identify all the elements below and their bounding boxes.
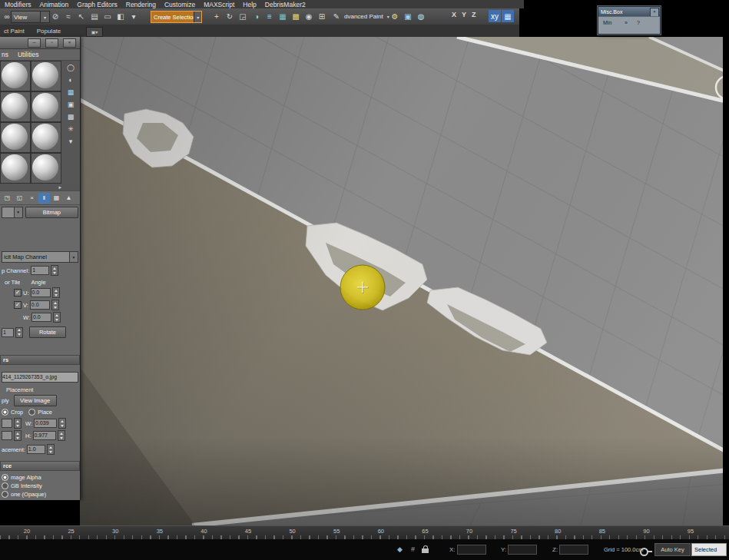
layer-manager-icon[interactable]: ▦ [277,10,289,22]
blur-field[interactable]: 1 [2,328,14,337]
slot-scroll-row[interactable]: ▸ [0,184,80,191]
sample-type-icon[interactable]: ◯ [65,62,77,72]
bitmap-type-button[interactable]: Bitmap [25,207,78,218]
menu-item[interactable]: Help [243,1,256,8]
background-icon[interactable]: ▦ [65,87,77,97]
crop-v-field[interactable] [2,431,12,440]
get-material-icon[interactable]: ◳ [2,193,13,204]
sample-tiling-icon[interactable]: ▣ [65,99,77,109]
crop-u-spinner[interactable] [14,418,22,429]
named-selection-set-combo[interactable]: Create Selection Se ▾ [151,11,202,23]
crop-u-field[interactable] [2,419,12,428]
axis-z-button[interactable]: Z [472,11,476,18]
menu-utilities[interactable]: Utilities [18,51,38,58]
perspective-viewport[interactable] [80,37,723,525]
menu-item[interactable]: Customize [164,1,195,8]
snap-indicator-icon[interactable]: ◆ [395,544,405,554]
material-slot[interactable] [31,122,61,153]
scroll-down-icon[interactable]: ▾ [65,136,77,146]
set-key-icon[interactable] [640,548,648,556]
v-angle-field[interactable]: 0.0 [30,300,50,310]
rgb-intensity-radio[interactable] [2,482,8,489]
expand-chevron-icon[interactable]: » [625,20,628,25]
auto-key-button[interactable]: Auto Key [654,543,691,556]
material-slot[interactable] [31,61,61,91]
xy-plane-lock-icon[interactable]: xy [489,10,501,22]
minimize-button[interactable]: ─ [28,38,41,48]
place-radio[interactable] [28,409,35,416]
selection-lock-icon[interactable] [422,548,429,553]
bind-spacewarp-icon[interactable]: ≈ [62,10,75,22]
menu-item[interactable]: Graph Editors [77,1,117,8]
assign-material-icon[interactable]: ◱ [14,193,25,204]
z-coordinate-field[interactable] [559,545,588,555]
menu-item[interactable]: MAXScript [204,1,234,8]
show-end-result-icon[interactable]: ▦ [51,193,62,204]
u-tile-checkbox[interactable] [14,289,22,297]
options-icon[interactable]: ✳ [65,124,77,134]
backlight-icon[interactable]: ◐ [65,75,77,84]
render-production-icon[interactable]: ◍ [415,10,427,22]
menu-item[interactable]: Animation [39,1,68,8]
alpha-source-rollout[interactable]: rce [0,461,80,471]
menu-item[interactable]: DebrisMaker2 [265,1,306,8]
v-tile-checkbox[interactable] [14,301,22,309]
reset-map-icon[interactable]: × [26,193,38,204]
snap-toggle-icon[interactable]: ▦ [502,10,514,22]
timeline-track-bar[interactable]: 20253035404550556065707580859095 [0,525,729,540]
menu-item[interactable]: Rendering [126,1,156,8]
show-map-in-viewport-icon[interactable]: ‖ [38,193,50,204]
select-filter-icon[interactable]: ▾ [128,10,140,22]
u-angle-spinner[interactable] [52,287,60,298]
crop-h-spinner[interactable] [58,430,65,441]
scale-icon[interactable]: ◲ [237,10,249,22]
material-slot[interactable] [0,122,31,153]
mapping-combo[interactable]: icit Map Channel ▾ [2,251,78,263]
material-slot[interactable] [0,61,31,91]
grid-indicator-icon[interactable]: # [408,544,418,554]
bitmap-parameters-rollout[interactable]: rs [0,355,80,365]
bitmap-filename-field[interactable]: 414_1129267353_o.jpg [2,372,78,383]
y-coordinate-field[interactable] [508,545,537,555]
mirror-icon[interactable]: ◑ [250,10,263,22]
tab-populate[interactable]: Populate [33,27,65,35]
material-type-combo[interactable]: ▾ [2,207,23,218]
jitter-spinner[interactable] [47,444,55,455]
x-coordinate-field[interactable] [457,545,486,555]
axis-y-button[interactable]: Y [462,11,466,18]
crossing-toggle-icon[interactable]: ◧ [114,10,127,22]
crop-h-field[interactable]: 0.977 [33,431,56,440]
menu-item[interactable]: Modifiers [5,1,31,8]
select-by-name-icon[interactable]: ▤ [88,10,101,22]
rect-region-icon[interactable]: ▭ [101,10,114,22]
advanced-paint-button[interactable]: ✎ dvanced Paint ▾ [330,11,392,22]
ribbon-toggle-icon[interactable]: ▩ [290,10,302,22]
restore-button[interactable]: ▫ [45,38,58,48]
image-alpha-radio[interactable] [2,474,8,481]
misc-box-window[interactable]: Misc.Box × Min » ? [598,6,661,35]
close-button[interactable]: × [63,38,76,48]
video-color-check-icon[interactable]: ▩ [65,111,77,121]
go-to-parent-icon[interactable]: ▲ [63,193,75,204]
material-slot[interactable] [31,153,61,184]
move-icon[interactable]: + [210,10,223,22]
render-setup-icon[interactable]: ⚙ [389,10,401,22]
jitter-placement-field[interactable]: 1.0 [27,445,45,454]
view-image-button[interactable]: View Image [14,395,57,406]
reference-coordinate-combo[interactable]: View ▾ [11,11,50,23]
unlink-icon[interactable]: ⊘ [49,10,61,22]
misc-box-titlebar[interactable]: Misc.Box × [598,7,660,16]
v-angle-spinner[interactable] [51,300,59,310]
rendered-frame-icon[interactable]: ▣ [402,10,414,22]
rotate-icon[interactable]: ↻ [224,10,236,22]
map-channel-spinner[interactable] [51,265,58,276]
curve-editor-icon[interactable]: ◉ [303,10,315,22]
menu-options[interactable]: ns [2,51,8,58]
help-button[interactable]: ? [637,20,640,25]
select-object-icon[interactable]: ↖ [75,10,88,22]
material-slot[interactable] [31,91,61,122]
w-angle-field[interactable]: 0.0 [31,313,51,322]
crop-w-field[interactable]: 0.039 [34,419,57,428]
crop-w-spinner[interactable] [58,418,66,429]
material-slot[interactable] [0,153,31,184]
